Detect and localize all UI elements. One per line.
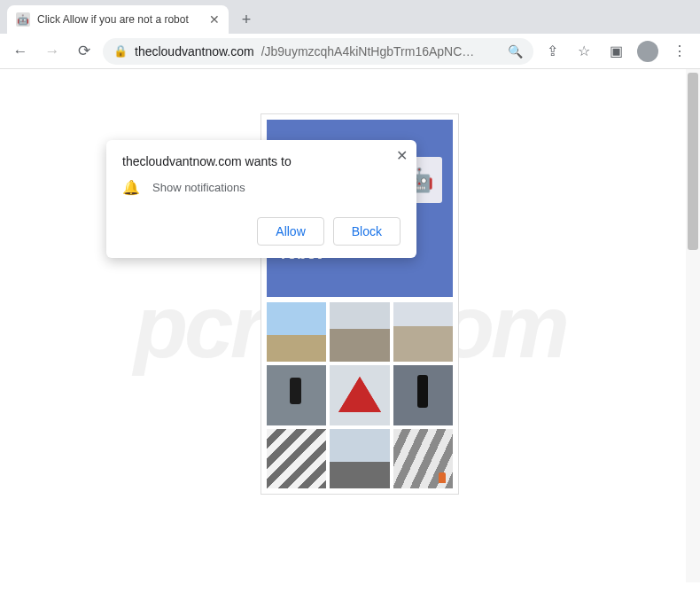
- captcha-tile[interactable]: [267, 365, 326, 425]
- url-domain: thecloudvantnow.com: [135, 44, 254, 59]
- tab-strip: 🤖 Click Allow if you are not a robot ✕ +: [0, 0, 700, 34]
- page-viewport: pcrisk.com "Allow" if you see a robot 🤖 …: [0, 69, 700, 582]
- captcha-tile[interactable]: [393, 302, 453, 362]
- captcha-tile[interactable]: [330, 302, 389, 362]
- forward-button[interactable]: →: [39, 38, 66, 65]
- scrollbar-thumb[interactable]: [688, 73, 698, 250]
- scrollbar-track[interactable]: [686, 69, 700, 582]
- browser-tab[interactable]: 🤖 Click Allow if you are not a robot ✕: [7, 5, 229, 34]
- captcha-tile[interactable]: [330, 429, 389, 488]
- block-button[interactable]: Block: [333, 217, 401, 246]
- reload-button[interactable]: ⟳: [71, 38, 97, 65]
- bookmark-star-button[interactable]: ☆: [571, 38, 597, 65]
- captcha-tile[interactable]: [393, 365, 453, 425]
- tab-title: Click Allow if you are not a robot: [37, 13, 202, 26]
- captcha-tile[interactable]: [267, 429, 326, 488]
- lock-icon: 🔒: [113, 44, 128, 58]
- kebab-menu-button[interactable]: ⋮: [666, 38, 693, 65]
- share-button[interactable]: ⇪: [539, 38, 565, 65]
- address-bar[interactable]: 🔒 thecloudvantnow.com/Jb9uymzcqhA4kiNtHg…: [103, 38, 533, 65]
- captcha-tile[interactable]: [330, 365, 389, 425]
- avatar-icon: [637, 41, 658, 62]
- allow-button[interactable]: Allow: [257, 217, 323, 246]
- warning-sign-icon: [342, 380, 377, 410]
- bell-icon: 🔔: [122, 179, 140, 196]
- permission-label: Show notifications: [152, 181, 245, 194]
- search-in-page-icon[interactable]: 🔍: [508, 44, 523, 59]
- captcha-grid: [267, 302, 453, 488]
- back-button[interactable]: ←: [7, 38, 34, 65]
- tab-close-button[interactable]: ✕: [209, 12, 220, 27]
- dialog-title: thecloudvantnow.com wants to: [122, 154, 401, 168]
- url-path: /Jb9uymzcqhA4kiNtHgbTrm16ApNC…: [261, 44, 501, 59]
- profile-button[interactable]: [634, 38, 661, 65]
- captcha-tile[interactable]: [393, 429, 453, 488]
- new-tab-button[interactable]: +: [234, 7, 259, 32]
- browser-toolbar: ← → ⟳ 🔒 thecloudvantnow.com/Jb9uymzcqhA4…: [0, 34, 700, 69]
- notification-permission-dialog: ✕ thecloudvantnow.com wants to 🔔 Show no…: [106, 140, 416, 258]
- captcha-tile[interactable]: [267, 302, 326, 362]
- tab-favicon-icon: 🤖: [16, 12, 30, 27]
- dialog-close-button[interactable]: ✕: [396, 147, 408, 164]
- sidepanel-button[interactable]: ▣: [603, 38, 629, 65]
